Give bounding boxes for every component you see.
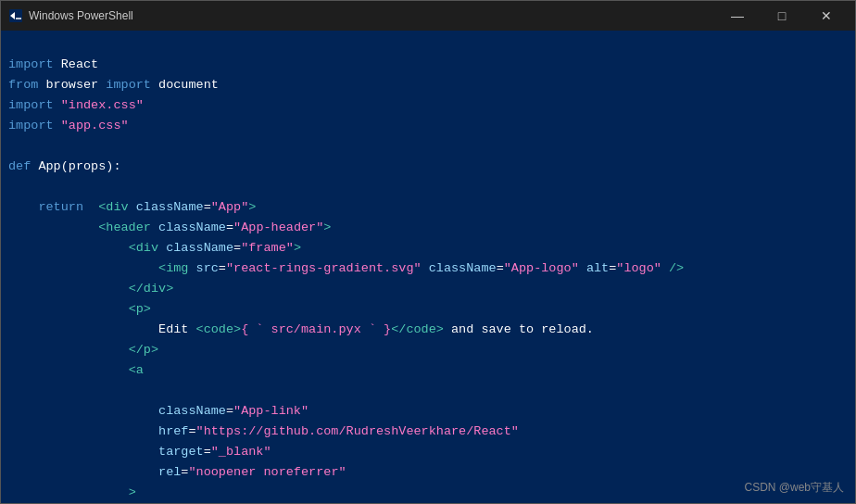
code-line: from browser import document <box>8 75 848 95</box>
code-line: href="https://github.com/RudreshVeerkhar… <box>8 422 848 442</box>
titlebar: Windows PowerShell — □ ✕ <box>1 1 855 31</box>
code-line <box>8 381 848 401</box>
code-line: import "index.css" <box>8 95 848 116</box>
code-line <box>8 136 848 157</box>
code-line: Edit <code>{ ` src/main.pyx ` }</code> a… <box>8 320 848 340</box>
code-line: return <div className="App"> <box>8 197 848 218</box>
code-line: </div> <box>8 279 848 299</box>
code-line: import "app.css" <box>8 116 848 136</box>
code-line <box>8 34 848 55</box>
code-line: target="_blank" <box>8 442 848 462</box>
code-line: <p> <box>8 299 848 320</box>
code-container: import Reactfrom browser import document… <box>8 34 848 503</box>
code-line: className="App-link" <box>8 401 848 422</box>
close-button[interactable]: ✕ <box>805 1 848 31</box>
maximize-button[interactable]: □ <box>761 1 803 31</box>
window: Windows PowerShell — □ ✕ import Reactfro… <box>0 0 856 504</box>
app-icon <box>8 8 23 23</box>
terminal-body: import Reactfrom browser import document… <box>1 31 855 503</box>
code-line: def App(props): <box>8 157 848 177</box>
code-line: <div className="frame"> <box>8 238 848 258</box>
window-title: Windows PowerShell <box>29 9 711 22</box>
code-line: </p> <box>8 340 848 360</box>
code-line: <img src="react-rings-gradient.svg" clas… <box>8 258 848 279</box>
code-line: rel="noopener noreferrer" <box>8 462 848 483</box>
minimize-button[interactable]: — <box>716 1 759 31</box>
code-line: <a <box>8 360 848 381</box>
code-line <box>8 177 848 197</box>
code-line: <header className="App-header"> <box>8 218 848 238</box>
code-line: import React <box>8 55 848 75</box>
window-controls: — □ ✕ <box>716 1 848 31</box>
watermark: CSDN @web守基人 <box>744 480 844 496</box>
code-line: > <box>8 483 848 503</box>
